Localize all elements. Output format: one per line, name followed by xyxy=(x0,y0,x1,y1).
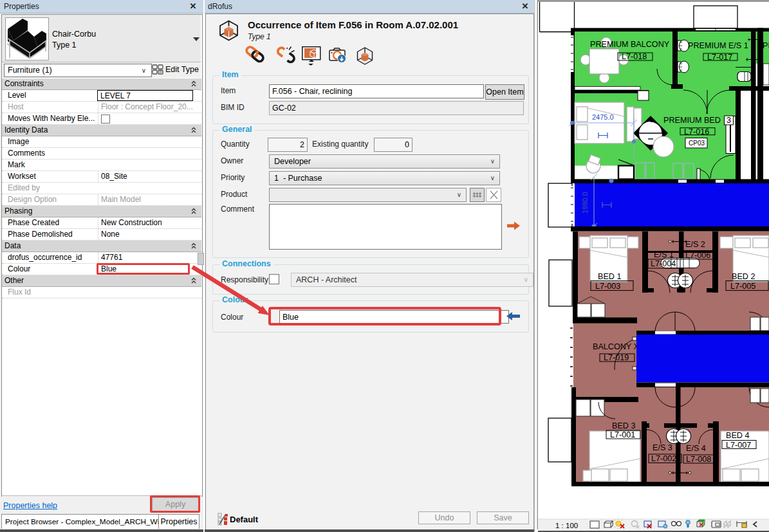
svg-text:PREMIUM BALCONY: PREMIUM BALCONY xyxy=(590,40,670,49)
svg-text:L7-005: L7-005 xyxy=(730,282,755,291)
svg-text:BED 1: BED 1 xyxy=(598,272,621,281)
svg-text:L7-018: L7-018 xyxy=(622,52,647,61)
svg-text:BED 2: BED 2 xyxy=(732,272,755,281)
svg-text:1980.0: 1980.0 xyxy=(581,192,589,214)
svg-text:BED 4: BED 4 xyxy=(726,431,749,440)
svg-text:E/S 3: E/S 3 xyxy=(653,443,672,452)
svg-text:PREMIUM E/S 1: PREMIUM E/S 1 xyxy=(688,41,748,50)
svg-text:L7-006: L7-006 xyxy=(685,251,710,260)
svg-text:E/S 1: E/S 1 xyxy=(654,250,674,259)
svg-text:L7-016: L7-016 xyxy=(684,127,709,136)
svg-text:L7-007: L7-007 xyxy=(726,441,751,450)
svg-text:L7-002: L7-002 xyxy=(651,454,676,463)
svg-text:1 : 100: 1 : 100 xyxy=(555,522,578,529)
svg-text:L7-008: L7-008 xyxy=(686,455,711,464)
svg-text:PREMIUM BED: PREMIUM BED xyxy=(663,116,721,125)
svg-text:CP03: CP03 xyxy=(689,140,705,147)
svg-text:BED 3: BED 3 xyxy=(612,421,635,430)
svg-text:3: 3 xyxy=(727,116,731,125)
svg-text:PR: PR xyxy=(763,41,769,50)
svg-text:BALCONY X: BALCONY X xyxy=(593,342,639,351)
svg-text:E/S 2: E/S 2 xyxy=(685,240,705,249)
svg-text:E/S 4: E/S 4 xyxy=(686,444,706,453)
svg-text:2475.0: 2475.0 xyxy=(592,113,614,121)
svg-text:L7-017: L7-017 xyxy=(707,53,732,62)
svg-text:L7-003: L7-003 xyxy=(595,282,620,291)
svg-text:L7-001: L7-001 xyxy=(610,430,635,439)
svg-text:L7-004: L7-004 xyxy=(651,259,676,268)
